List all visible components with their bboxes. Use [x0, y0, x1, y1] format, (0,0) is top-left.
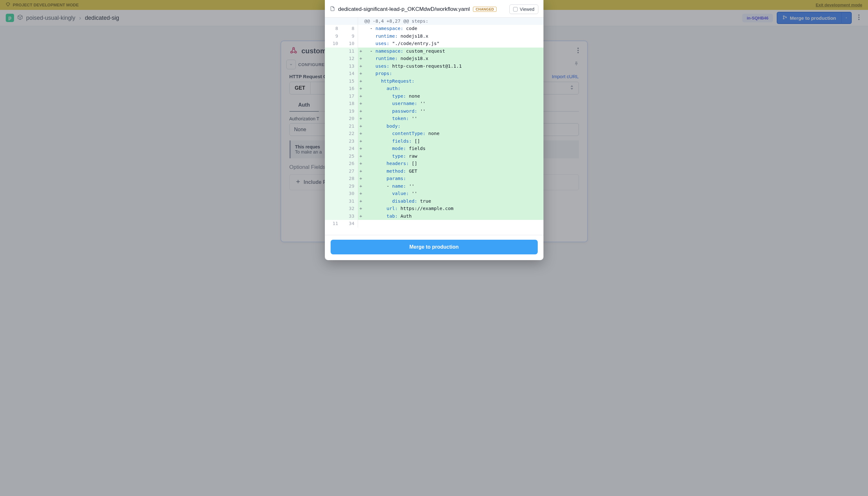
diff-line: 20+ token: '' [325, 115, 543, 122]
modal-merge-button[interactable]: Merge to production [331, 240, 538, 254]
diff-line: 11+ - namespace: custom_request [325, 48, 543, 55]
diff-line: 29+ - name: '' [325, 183, 543, 190]
modal-overlay[interactable]: dedicated-significant-lead-p_OKCMdwD/wor… [0, 0, 868, 496]
diff-line: 17+ type: none [325, 93, 543, 100]
diff-line: 31+ disabled: true [325, 198, 543, 205]
changed-badge: CHANGED [473, 7, 496, 12]
diff-line: 88 - namespace: code [325, 25, 543, 32]
diff-modal: dedicated-significant-lead-p_OKCMdwD/wor… [325, 0, 543, 260]
diff-line: 30+ value: '' [325, 190, 543, 197]
diff-hunk-header: @@ -8,4 +8,27 @@ steps: [325, 18, 543, 25]
diff-line: 33+ tab: Auth [325, 213, 543, 220]
diff-line: 16+ auth: [325, 85, 543, 92]
diff-line: 12+ runtime: nodejs18.x [325, 55, 543, 62]
checkbox-icon [513, 7, 518, 12]
diff-line: 23+ fields: [] [325, 138, 543, 145]
viewed-checkbox[interactable]: Viewed [509, 4, 538, 14]
file-icon [330, 6, 335, 13]
diff-viewer[interactable]: @@ -8,4 +8,27 @@ steps: 88 - namespace: … [325, 17, 543, 235]
diff-line: 18+ username: '' [325, 100, 543, 107]
diff-line: 25+ type: raw [325, 153, 543, 160]
diff-line: 99 runtime: nodejs18.x [325, 33, 543, 40]
diff-line: 22+ contentType: none [325, 130, 543, 137]
diff-line: 1010 uses: "./code/entry.js" [325, 40, 543, 47]
diff-line: 13+ uses: http-custom-request@1.1.1 [325, 63, 543, 70]
diff-line: 14+ props: [325, 70, 543, 77]
diff-line: 26+ headers: [] [325, 160, 543, 167]
diff-line: 19+ password: '' [325, 108, 543, 115]
diff-line: 27+ method: GET [325, 168, 543, 175]
diff-line: 28+ params: [325, 175, 543, 182]
diff-line: 32+ url: https://example.com [325, 205, 543, 212]
diff-line: 1134 [325, 220, 543, 227]
diff-line: 15+ httpRequest: [325, 78, 543, 85]
diff-line: 24+ mode: fields [325, 145, 543, 152]
diff-line: 21+ body: [325, 123, 543, 130]
diff-filename: dedicated-significant-lead-p_OKCMdwD/wor… [338, 6, 470, 13]
